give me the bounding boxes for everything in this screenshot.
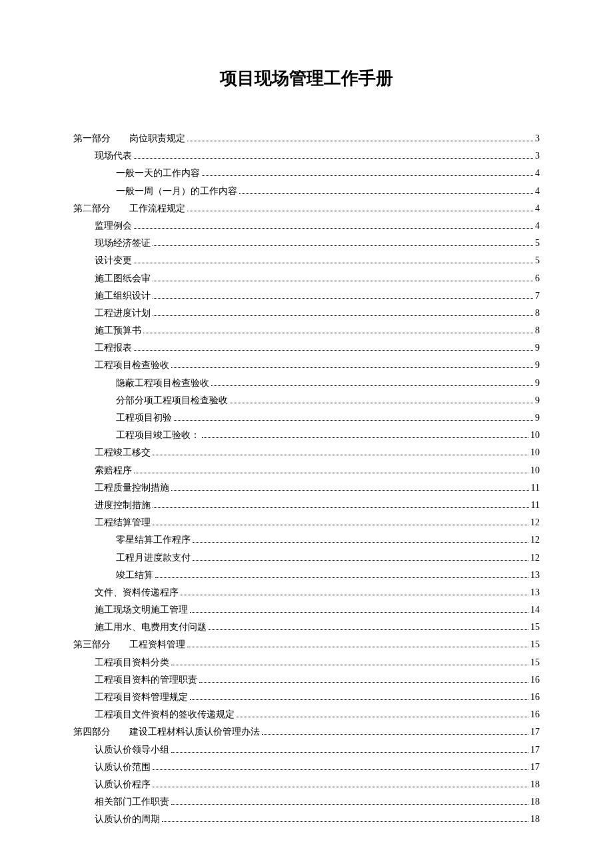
toc-entry-page: 10 [530,462,540,479]
toc-entry-page: 3 [535,130,540,147]
toc-entry[interactable]: 第二部分 工作流程规定4 [73,200,540,217]
toc-entry[interactable]: 工程项目资料分类15 [73,654,540,671]
toc-entry[interactable]: 工程项目竣工验收：10 [73,427,540,443]
toc-entry[interactable]: 工程项目初验9 [73,409,540,426]
toc-entry-label: 设计变更 [95,252,132,269]
toc-entry[interactable]: 工程竣工移交10 [73,444,540,461]
toc-leader-dots [187,211,533,211]
toc-entry-page: 17 [530,759,540,775]
toc-leader-dots [171,804,528,805]
toc-entry-page: 18 [530,793,540,810]
toc-leader-dots [153,507,529,508]
toc-leader-dots [190,699,528,700]
toc-leader-dots [187,647,528,647]
toc-entry-label: 施工用水、电费用支付问题 [95,619,207,635]
toc-leader-dots [239,193,533,194]
toc-entry-page: 4 [535,165,540,181]
toc-leader-dots [153,455,528,455]
toc-entry[interactable]: 现场代表3 [73,147,540,164]
toc-entry-page: 15 [530,619,540,635]
toc-leader-dots [202,437,528,438]
toc-leader-dots [153,315,533,316]
toc-entry[interactable]: 零星结算工作程序12 [73,531,540,548]
toc-entry-label: 一般一天的工作内容 [116,165,200,181]
toc-entry[interactable]: 现场经济签证5 [73,235,540,251]
toc-entry[interactable]: 分部分项工程项目检查验收9 [73,392,540,409]
toc-entry[interactable]: 工程进度计划8 [73,305,540,321]
toc-entry-label: 认质认价领导小组 [95,741,169,758]
toc-entry[interactable]: 认质认价程序18 [73,776,540,793]
toc-entry[interactable]: 文件、资料传递程序13 [73,584,540,601]
toc-entry-label: 施工现场文明施工管理 [95,601,188,618]
toc-entry[interactable]: 施工预算书8 [73,322,540,339]
toc-leader-dots [143,333,533,333]
toc-entry-page: 4 [535,183,540,199]
toc-entry[interactable]: 一般一天的工作内容4 [73,165,540,181]
toc-entry[interactable]: 监理例会4 [73,217,540,234]
toc-entry[interactable]: 相关部门工作职责18 [73,793,540,810]
toc-entry-label: 工程报表 [95,339,132,356]
toc-leader-dots [181,595,528,595]
toc-entry[interactable]: 工程月进度款支付12 [73,549,540,566]
toc-entry-page: 11 [531,497,540,513]
toc-entry[interactable]: 工程项目检查验收9 [73,357,540,373]
toc-entry[interactable]: 认质认价的周期18 [73,811,540,827]
toc-leader-dots [187,141,533,141]
toc-entry-page: 16 [530,706,540,723]
toc-entry-page: 11 [531,479,540,496]
toc-leader-dots [193,542,528,543]
toc-entry[interactable]: 工程结算管理12 [73,514,540,531]
toc-entry[interactable]: 隐蔽工程项目检查验收9 [73,375,540,391]
toc-leader-dots [155,577,528,578]
toc-entry-page: 18 [530,776,540,793]
toc-entry-label: 现场代表 [95,147,132,164]
toc-entry-label: 工程项目检查验收 [95,357,169,373]
toc-entry[interactable]: 索赔程序10 [73,462,540,479]
toc-entry[interactable]: 施工用水、电费用支付问题15 [73,619,540,635]
toc-leader-dots [134,158,533,159]
toc-entry-page: 10 [530,444,540,461]
toc-entry-label: 施工组织设计 [95,287,151,304]
toc-entry[interactable]: 第一部分 岗位职责规定3 [73,130,540,147]
toc-entry[interactable]: 一般一周（一月）的工作内容4 [73,183,540,199]
toc-leader-dots [171,367,533,368]
toc-entry-label: 工程项目竣工验收： [116,427,200,443]
toc-entry-label: 零星结算工作程序 [116,531,191,548]
toc-entry[interactable]: 进度控制措施11 [73,497,540,513]
toc-entry-label: 监理例会 [95,217,132,234]
toc-leader-dots [237,717,528,717]
toc-entry[interactable]: 第四部分 建设工程材料认质认价管理办法17 [73,723,540,740]
toc-entry-page: 4 [535,200,540,217]
document-title: 项目现场管理工作手册 [73,67,540,90]
toc-entry-label: 工程项目文件资料的签收传递规定 [95,706,235,723]
toc-leader-dots [153,298,533,299]
toc-leader-dots [171,752,528,753]
toc-entry-page: 4 [535,217,540,234]
toc-entry[interactable]: 认质认价领导小组17 [73,741,540,758]
toc-entry[interactable]: 认质认价范围17 [73,759,540,775]
toc-entry[interactable]: 第三部分 工程资料管理15 [73,636,540,653]
toc-leader-dots [153,787,528,787]
toc-leader-dots [174,420,533,421]
toc-entry[interactable]: 工程项目文件资料的签收传递规定16 [73,706,540,723]
toc-entry-label: 一般一周（一月）的工作内容 [116,183,237,199]
toc-entry-page: 12 [530,514,540,531]
toc-entry[interactable]: 施工现场文明施工管理14 [73,601,540,618]
toc-entry-label: 第四部分 建设工程材料认质认价管理办法 [73,723,260,740]
toc-entry[interactable]: 工程质量控制措施11 [73,479,540,496]
toc-entry-page: 12 [530,531,540,548]
toc-entry[interactable]: 工程报表9 [73,339,540,356]
toc-leader-dots [262,734,528,735]
toc-entry[interactable]: 工程项目资料的管理职责16 [73,671,540,688]
toc-entry[interactable]: 施工组织设计7 [73,287,540,304]
toc-entry-page: 18 [530,811,540,827]
toc-entry-page: 6 [535,270,540,287]
toc-entry-page: 7 [535,287,540,304]
toc-entry-label: 工程项目资料的管理职责 [95,671,197,688]
toc-entry[interactable]: 工程项目资料管理规定16 [73,689,540,705]
toc-entry[interactable]: 设计变更5 [73,252,540,269]
toc-entry[interactable]: 竣工结算13 [73,567,540,583]
toc-entry[interactable]: 施工图纸会审6 [73,270,540,287]
toc-entry-label: 认质认价程序 [95,776,151,793]
toc-entry-label: 工程月进度款支付 [116,549,191,566]
